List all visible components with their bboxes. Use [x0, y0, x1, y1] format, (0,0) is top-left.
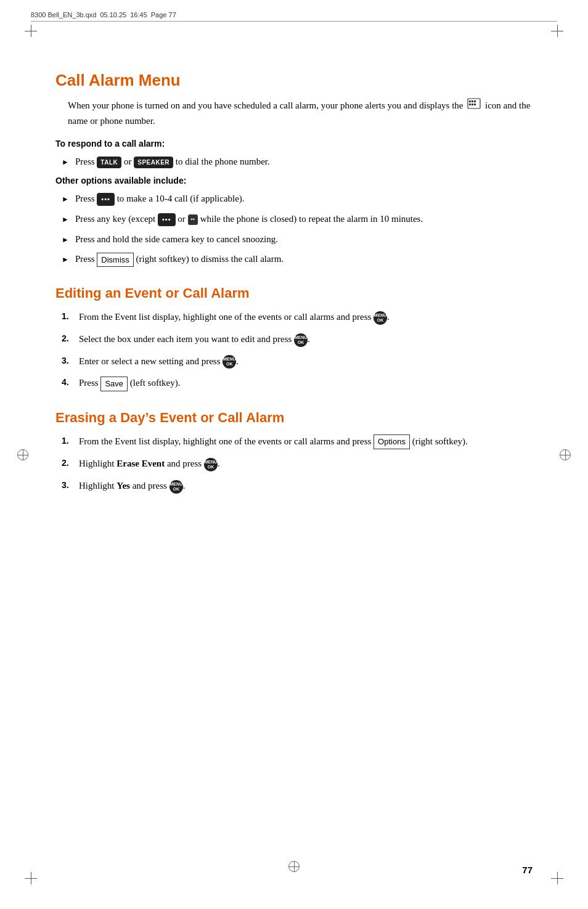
header-time: 16:45	[130, 11, 147, 18]
editing-steps-list: 1. From the Event list display, highligh…	[62, 310, 533, 391]
call-alarm-menu-heading: Call Alarm Menu	[55, 71, 533, 90]
regmark-bottom	[288, 861, 300, 872]
editing-step-2-text: Select the box under each item you want …	[79, 332, 310, 347]
other-bullets-list: ► Press ••• to make a 10-4 call (if appl…	[62, 192, 533, 267]
erase-step-num-1: 1.	[62, 434, 74, 448]
header-page: Page 77	[151, 11, 176, 18]
other-bullet-4: ► Press Dismiss (right softkey) to dismi…	[62, 252, 533, 267]
editing-step-3-text: Enter or select a new setting and press …	[79, 354, 239, 369]
header-date: 05.10.25	[100, 11, 126, 18]
other-bullet-2-text: Press any key (except ••• or •• while th…	[75, 212, 423, 226]
erasing-step-2-text: Highlight Erase Event and press MENUOK.	[79, 457, 220, 471]
speaker-key: SPEAKER	[134, 157, 173, 168]
menu-key-1: MENUOK	[374, 311, 387, 325]
cropmark-tr	[551, 25, 563, 37]
save-key: Save	[100, 377, 128, 391]
cropmark-tl	[25, 25, 37, 37]
respond-label: To respond to a call alarm:	[55, 139, 533, 149]
editing-step-1-text: From the Event list display, highlight o…	[79, 310, 390, 325]
editing-heading: Editing an Event or Call Alarm	[55, 285, 533, 301]
menu-key-3: MENUOK	[223, 355, 236, 369]
svg-rect-3	[474, 100, 476, 102]
respond-bullet-1: ► Press TALK or SPEAKER to dial the phon…	[62, 155, 533, 169]
main-content: Call Alarm Menu When your phone is turne…	[55, 37, 533, 494]
bullet-arrow-4: ►	[62, 254, 69, 265]
bullet-arrow: ►	[62, 157, 69, 168]
menu-key-4: MENUOK	[204, 458, 218, 471]
header-filename: 8300 Bell_EN_3b.qxd	[31, 11, 96, 18]
other-bullet-1: ► Press ••• to make a 10-4 call (if appl…	[62, 192, 533, 206]
step-num-2: 2.	[62, 332, 74, 346]
page-number: 77	[522, 865, 533, 875]
other-bullet-1-text: Press ••• to make a 10-4 call (if applic…	[75, 192, 245, 206]
editing-step-3: 3. Enter or select a new setting and pre…	[62, 354, 533, 369]
other-bullet-2: ► Press any key (except ••• or •• while …	[62, 212, 533, 226]
regmark-left	[17, 449, 28, 460]
other-bullet-4-text: Press Dismiss (right softkey) to dismiss…	[75, 252, 284, 267]
erasing-step-3-text: Highlight Yes and press MENUOK.	[79, 479, 185, 494]
erase-step-num-2: 2.	[62, 457, 74, 470]
erasing-step-1-text: From the Event list display, highlight o…	[79, 434, 468, 450]
other-bullet-3-text: Press and hold the side camera key to ca…	[75, 232, 278, 247]
bullet-arrow-3: ►	[62, 234, 69, 245]
erasing-step-2: 2. Highlight Erase Event and press MENUO…	[62, 457, 533, 471]
step-num-4: 4.	[62, 376, 74, 389]
header-bar: 8300 Bell_EN_3b.qxd 05.10.25 16:45 Page …	[31, 11, 557, 22]
bullet-arrow-1: ►	[62, 194, 69, 205]
talk-key: TALK	[97, 157, 121, 168]
erasing-step-1: 1. From the Event list display, highligh…	[62, 434, 533, 450]
respond-bullet-1-text: Press TALK or SPEAKER to dial the phone …	[75, 155, 270, 169]
calendar-icon	[467, 98, 481, 113]
other-bullet-3: ► Press and hold the side camera key to …	[62, 232, 533, 247]
step-num-3: 3.	[62, 354, 74, 368]
step-num-1: 1.	[62, 310, 74, 324]
small-dots-key: ••	[188, 214, 198, 226]
dots-key-1: •••	[97, 193, 115, 206]
bullet-arrow-2: ►	[62, 214, 69, 225]
page: 8300 Bell_EN_3b.qxd 05.10.25 16:45 Page …	[0, 0, 588, 909]
svg-rect-4	[469, 104, 471, 105]
editing-step-4: 4. Press Save (left softkey).	[62, 376, 533, 391]
erasing-steps-list: 1. From the Event list display, highligh…	[62, 434, 533, 494]
svg-rect-6	[474, 104, 476, 105]
call-alarm-intro: When your phone is turned on and you hav…	[68, 99, 533, 129]
svg-rect-2	[472, 100, 473, 102]
cropmark-br	[551, 872, 563, 884]
dismiss-key: Dismiss	[97, 253, 134, 267]
menu-key-5: MENUOK	[169, 480, 183, 494]
dots-key-2: •••	[158, 213, 176, 226]
editing-step-1: 1. From the Event list display, highligh…	[62, 310, 533, 325]
cropmark-bl	[25, 872, 37, 884]
erase-step-num-3: 3.	[62, 479, 74, 492]
erasing-step-3: 3. Highlight Yes and press MENUOK.	[62, 479, 533, 494]
options-key: Options	[374, 434, 410, 449]
respond-bullets-list: ► Press TALK or SPEAKER to dial the phon…	[62, 155, 533, 169]
other-options-label: Other options available include:	[55, 176, 533, 185]
svg-rect-1	[469, 100, 471, 102]
editing-step-2: 2. Select the box under each item you wa…	[62, 332, 533, 347]
menu-key-2: MENUOK	[294, 333, 308, 347]
svg-rect-5	[472, 104, 473, 105]
erasing-heading: Erasing a Day’s Event or Call Alarm	[55, 410, 533, 426]
editing-step-4-text: Press Save (left softkey).	[79, 376, 180, 391]
regmark-right	[560, 449, 571, 460]
